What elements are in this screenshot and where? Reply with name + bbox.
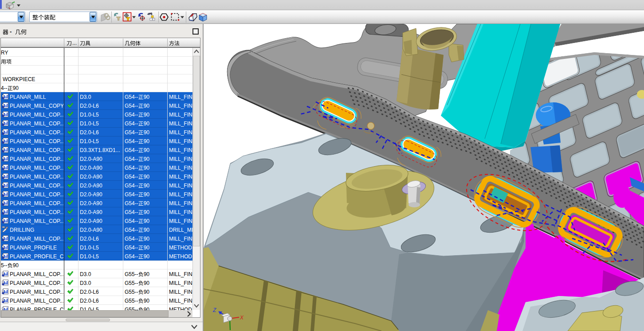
svg-text:Z: Z [212,307,216,313]
svg-text:X: X [240,315,244,321]
